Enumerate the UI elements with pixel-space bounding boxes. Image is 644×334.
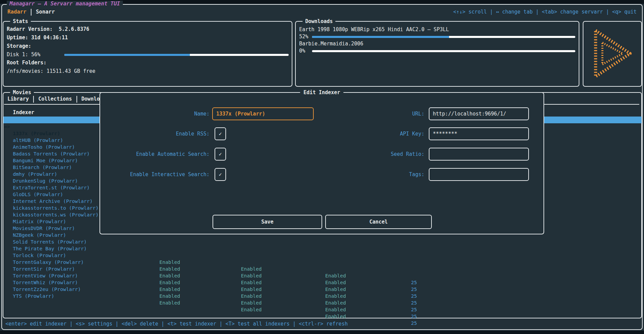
root-folder-free-space: /nfs/movies: 11511.43 GB free <box>7 67 95 75</box>
cell-enable-automatic-search: Enabled <box>241 286 262 293</box>
cancel-button[interactable]: Cancel <box>325 215 432 229</box>
disk-usage-bar <box>64 54 289 56</box>
name-input[interactable]: 1337x (Prowlarr) <box>212 107 314 120</box>
cell-enable-automatic-search: Enabled <box>241 306 262 313</box>
download-item-percent: 52% <box>299 33 308 40</box>
disk-usage-label: Disk 1: 56% <box>7 51 40 58</box>
servarr-tabs: Radarr Sonarr <box>7 8 55 16</box>
tab-radarr[interactable]: Radarr <box>7 8 26 16</box>
indexer-name: TorrentZz2eu (Prowlarr) <box>13 286 81 293</box>
indexer-row[interactable]: TorrentView (Prowlarr) Enabled Enabled E… <box>3 259 642 266</box>
enable-rss-checkbox[interactable]: ✓ <box>215 127 226 140</box>
download-progress-bar <box>312 50 575 52</box>
api-key-label: API Key: <box>324 127 424 140</box>
tab-library[interactable]: Library <box>7 96 29 103</box>
name-label: Name: <box>104 107 209 120</box>
download-progress-bar-fill <box>312 36 449 38</box>
terminal-bottom-strip <box>0 331 644 334</box>
tab-separator <box>76 96 77 103</box>
indexer-row[interactable]: YTS (Prowlarr) Enabled Enabled Enabled 2… <box>3 279 642 286</box>
cell-priority: 25 <box>390 313 417 320</box>
indexer-row[interactable]: TorrentGalaxy (Prowlarr) Enabled Enabled… <box>3 245 642 252</box>
downloads-panel: Downloads Earth 1998 1080p WEBRip x265 H… <box>295 21 579 87</box>
managarr-app: Managarr – A Servarr management TUI Rada… <box>0 0 644 334</box>
tab-sonarr[interactable]: Sonarr <box>36 8 55 16</box>
seed-ratio-input[interactable] <box>429 148 529 161</box>
edit-indexer-modal: Edit Indexer Name: 1337x (Prowlarr) URL:… <box>99 92 544 234</box>
disk-usage-bar-fill <box>64 54 190 56</box>
seed-ratio-label: Seed Ratio: <box>324 148 424 161</box>
cell-enable-automatic-search: Enabled <box>241 293 262 299</box>
indexer-row[interactable]: Torlock (Prowlarr) Enabled Enabled Enabl… <box>3 238 642 245</box>
tab-separator <box>31 9 31 16</box>
cell-priority: 25 <box>390 286 417 293</box>
cell-priority: 25 <box>390 306 417 313</box>
cell-enable-interactive-search: Enabled <box>325 306 346 313</box>
tab-collections[interactable]: Collections <box>38 96 72 103</box>
enable-automatic-search-checkbox[interactable]: ✓ <box>215 148 226 161</box>
logo-panel <box>583 21 642 87</box>
tab-separator <box>33 96 34 103</box>
cell-enable-interactive-search: Enabled <box>325 299 346 306</box>
cell-enable-interactive-search: Enabled <box>325 286 346 293</box>
app-title: Managarr – A Servarr management TUI <box>7 1 123 7</box>
indexer-row[interactable]: TorrentSir (Prowlarr) Enabled Enabled En… <box>3 252 642 259</box>
indexer-column-header: Indexer <box>13 109 34 116</box>
modal-title: Edit Indexer <box>300 89 343 96</box>
header-keyboard-hints: <↑↓> scroll | ↔ change tab | <tab> chang… <box>453 8 637 16</box>
indexer-row[interactable]: TorrentWhiz (Prowlarr) Enabled Enabled E… <box>3 266 642 272</box>
download-progress-bar <box>312 36 575 38</box>
cell-priority: 25 <box>390 299 417 306</box>
root-folders-label: Root Folders: <box>7 59 46 66</box>
tags-label: Tags: <box>324 168 424 181</box>
uptime: Uptime: 31d 04:36:11 <box>7 34 68 41</box>
url-label: URL: <box>324 107 424 120</box>
enable-automatic-search-label: Enable Automatic Search: <box>104 148 209 161</box>
enable-interactive-search-checkbox[interactable]: ✓ <box>215 168 226 181</box>
cell-enable-interactive-search: Enabled <box>325 313 346 320</box>
download-item-percent: 0% <box>299 47 305 55</box>
downloads-panel-title: Downloads <box>303 18 335 25</box>
save-button[interactable]: Save <box>213 215 322 229</box>
footer-keyboard-hints: <enter> edit indexer | <s> settings | <d… <box>5 320 348 328</box>
tags-input[interactable] <box>429 168 529 181</box>
enable-rss-label: Enable RSS: <box>104 127 209 140</box>
managarr-play-logo-icon <box>587 25 638 82</box>
cell-enable-interactive-search: Enabled <box>325 293 346 299</box>
radarr-version: Radarr Version: 5.2.6.8376 <box>7 25 89 33</box>
api-key-input[interactable]: ******** <box>429 127 529 140</box>
stats-panel-title: Stats <box>10 18 31 25</box>
cell-enable-rss: Enabled <box>159 299 180 306</box>
cell-priority: 25 <box>390 320 417 327</box>
movies-panel-title: Movies <box>10 89 34 96</box>
cell-enable-rss: Enabled <box>159 286 180 293</box>
cell-priority: 25 <box>390 293 417 299</box>
cell-enable-automatic-search: Enabled <box>241 299 262 306</box>
cell-enable-rss: Enabled <box>159 293 180 299</box>
movies-tabs: Library Collections Downloads <box>7 96 109 103</box>
storage-label: Storage: <box>7 42 31 50</box>
stats-panel: Stats Radarr Version: 5.2.6.8376 Uptime:… <box>3 21 292 87</box>
indexer-name: YTS (Prowlarr) <box>13 293 54 299</box>
download-item-title: Barbie.Mermaidia.2006 <box>299 40 363 47</box>
url-input[interactable]: http://localhost:9696/1/ <box>429 107 529 120</box>
download-item-title: Earth 1998 1080p WEBRip x265 Hindi AAC2.… <box>299 26 449 33</box>
enable-interactive-search-label: Enable Interactive Search: <box>104 168 209 181</box>
indexer-row[interactable]: TorrentZz2eu (Prowlarr) Enabled Enabled … <box>3 272 642 279</box>
